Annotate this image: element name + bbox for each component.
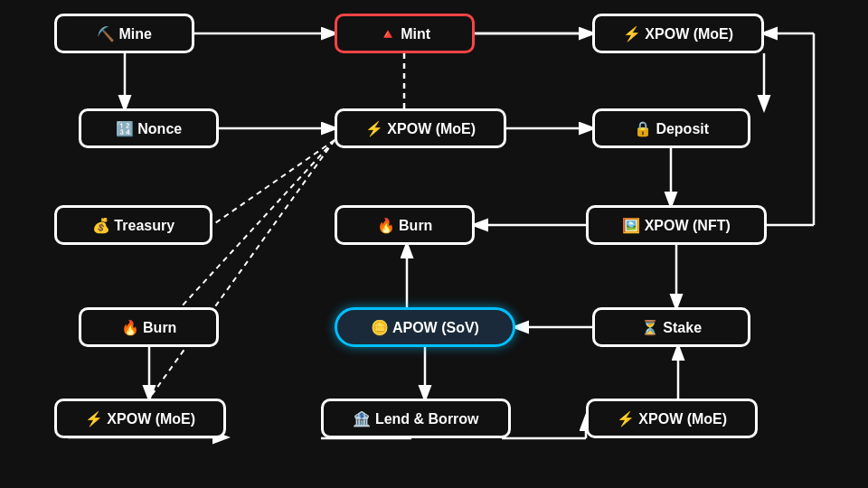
xpow-moe-center-label: ⚡ XPOW (MoE) xyxy=(365,120,476,137)
stake-label: ⏳ Stake xyxy=(641,319,702,336)
xpow-moe-topright-node: ⚡ XPOW (MoE) xyxy=(592,14,764,53)
xpow-moe-center-node: ⚡ XPOW (MoE) xyxy=(335,108,506,148)
nonce-node: 🔢 Nonce xyxy=(79,108,219,148)
svg-line-14 xyxy=(149,140,335,399)
diagram: ⛏️ Mine 🔺 Mint ⚡ XPOW (MoE) 🔢 Nonce ⚡ XP… xyxy=(0,0,868,488)
xpow-moe-bottomright-label: ⚡ XPOW (MoE) xyxy=(617,410,727,427)
nonce-label: 🔢 Nonce xyxy=(116,120,182,137)
xpow-nft-node: 🖼️ XPOW (NFT) xyxy=(586,205,767,245)
mine-node: ⛏️ Mine xyxy=(54,14,194,53)
burn-left-node: 🔥 Burn xyxy=(79,307,219,347)
lend-borrow-node: 🏦 Lend & Borrow xyxy=(321,399,511,438)
lend-borrow-label: 🏦 Lend & Borrow xyxy=(353,410,478,427)
xpow-nft-label: 🖼️ XPOW (NFT) xyxy=(622,217,731,234)
deposit-label: 🔒 Deposit xyxy=(634,120,709,137)
deposit-node: 🔒 Deposit xyxy=(592,108,750,148)
burn-top-node: 🔥 Burn xyxy=(335,205,475,245)
burn-top-label: 🔥 Burn xyxy=(377,217,433,234)
treasury-node: 💰 Treasury xyxy=(54,205,212,245)
xpow-moe-bottomleft-label: ⚡ XPOW (MoE) xyxy=(85,410,195,427)
apow-label: 🪙 APOW (SoV) xyxy=(371,319,479,336)
stake-node: ⏳ Stake xyxy=(592,307,750,347)
mint-node: 🔺 Mint xyxy=(335,14,475,53)
apow-node: 🪙 APOW (SoV) xyxy=(335,307,515,347)
mine-label: ⛏️ Mine xyxy=(97,25,152,42)
xpow-moe-bottomleft-node: ⚡ XPOW (MoE) xyxy=(54,399,226,438)
xpow-moe-topright-label: ⚡ XPOW (MoE) xyxy=(623,25,733,42)
treasury-label: 💰 Treasury xyxy=(92,217,175,234)
svg-line-12 xyxy=(212,140,335,225)
burn-left-label: 🔥 Burn xyxy=(121,319,177,336)
xpow-moe-bottomright-node: ⚡ XPOW (MoE) xyxy=(586,399,758,438)
mint-label: 🔺 Mint xyxy=(379,25,430,42)
